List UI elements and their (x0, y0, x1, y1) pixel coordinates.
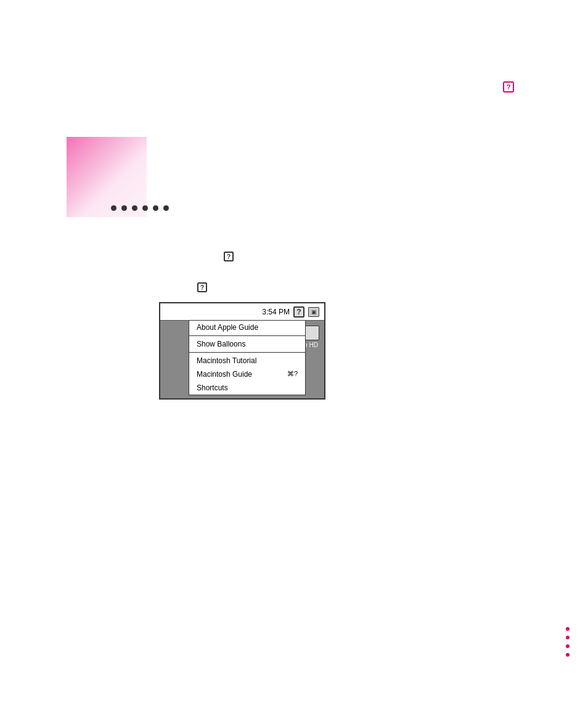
help-dropdown-menu: About Apple Guide Show Balloons Macintos… (189, 320, 306, 395)
v-dot-4 (566, 653, 570, 657)
menu-item-macintosh-guide-label: Macintosh Guide (197, 370, 252, 379)
dot-4 (142, 205, 148, 211)
menu-item-macintosh-tutorial[interactable]: Macintosh Tutorial (189, 354, 305, 367)
menu-divider-2 (189, 352, 305, 353)
menu-item-about-apple-guide[interactable]: About Apple Guide (189, 321, 305, 334)
menu-item-macintosh-guide-shortcut: ⌘? (287, 370, 298, 378)
mac-menu-bar: 3:54 PM ▣ (160, 303, 324, 321)
dot-6 (163, 205, 169, 211)
v-dot-3 (566, 644, 570, 648)
menu-bar-monitor-icon[interactable]: ▣ (308, 307, 319, 317)
vertical-dots (566, 627, 570, 657)
help-icon-inline-2-label: ? (200, 284, 204, 291)
menu-item-show-balloons-label: Show Balloons (197, 340, 245, 348)
menu-divider-1 (189, 335, 305, 336)
menu-bar-help-icon[interactable] (293, 306, 304, 318)
dot-1 (111, 205, 116, 211)
v-dot-1 (566, 627, 570, 631)
dot-2 (121, 205, 127, 211)
help-icon-topright[interactable]: ? (503, 81, 514, 92)
help-icon-topright-label: ? (507, 83, 511, 91)
menu-item-show-balloons[interactable]: Show Balloons (189, 337, 305, 351)
v-dot-2 (566, 636, 570, 639)
dots-row (111, 205, 169, 211)
mac-os-screenshot: 3:54 PM ▣ sh HD About Apple Guide Show B… (159, 302, 325, 400)
monitor-icon-glyph: ▣ (311, 309, 317, 315)
dot-5 (153, 205, 158, 211)
menu-item-macintosh-guide[interactable]: Macintosh Guide ⌘? (189, 367, 305, 381)
dot-3 (132, 205, 137, 211)
menu-item-shortcuts[interactable]: Shortcuts (189, 381, 305, 395)
menu-item-shortcuts-label: Shortcuts (197, 384, 228, 392)
help-icon-inline-1: ? (224, 252, 234, 261)
menu-item-about-apple-guide-label: About Apple Guide (197, 323, 258, 332)
help-icon-inline-2: ? (197, 282, 207, 292)
menu-item-macintosh-tutorial-label: Macintosh Tutorial (197, 356, 256, 365)
help-icon-inline-1-label: ? (227, 253, 231, 260)
menu-bar-time: 3:54 PM (262, 308, 290, 316)
